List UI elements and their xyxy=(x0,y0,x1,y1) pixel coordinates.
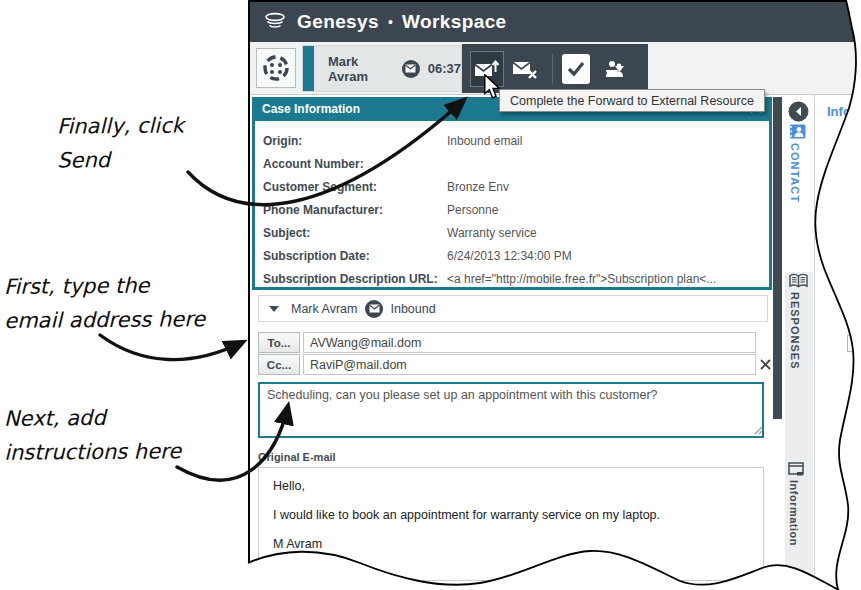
responses-book-icon xyxy=(789,273,808,288)
tab-information[interactable]: Information xyxy=(788,462,804,550)
inbound-email-badge xyxy=(365,300,383,318)
tab-contact[interactable]: CONTACT xyxy=(789,124,806,207)
case-field-value: <a href="http://mobile.free.fr">Subscrip… xyxy=(447,272,716,286)
expand-caret-icon[interactable] xyxy=(269,306,279,312)
close-icon xyxy=(760,359,771,370)
email-interaction-badge xyxy=(402,60,420,78)
case-field-label: Subscription Date: xyxy=(263,249,447,263)
email-direction-label: Inbound xyxy=(390,302,435,316)
case-field-value: Personne xyxy=(447,203,498,217)
complete-forward-button[interactable] xyxy=(470,51,504,87)
original-email-line: Hello, xyxy=(273,479,749,493)
vertical-scrollbar[interactable] xyxy=(773,97,782,419)
brand-name: Genesys xyxy=(297,11,379,33)
information-panel-title: Info xyxy=(827,104,851,119)
cc-input[interactable] xyxy=(303,354,756,375)
case-field-row: Subscription Description URL: <a href="h… xyxy=(263,267,769,290)
forward-tooltip: Complete the Forward to External Resourc… xyxy=(499,89,765,112)
case-field-row: Customer Segment: Bronze Env xyxy=(263,175,769,198)
case-field-value: 6/24/2013 12:34:00 PM xyxy=(447,249,572,263)
email-party-row[interactable]: Mark Avram Inbound xyxy=(258,295,768,322)
annotation-line: instructions here xyxy=(4,435,181,470)
annotation-line: Finally, click xyxy=(57,109,184,144)
caret-down-icon xyxy=(615,66,624,72)
brand-separator: • xyxy=(388,14,393,30)
cancel-forward-button[interactable] xyxy=(508,51,542,87)
tab-responses-label: RESPONSES xyxy=(789,292,801,369)
toolbar-divider xyxy=(552,54,553,84)
envelope-icon xyxy=(369,304,380,313)
case-field-row: Origin: Inbound email xyxy=(263,129,769,152)
interactions-hub-button[interactable] xyxy=(256,48,296,88)
case-field-value: Inbound email xyxy=(447,134,522,148)
mark-done-button[interactable] xyxy=(562,54,591,84)
tab-responses[interactable]: RESPONSES xyxy=(789,273,808,373)
original-email-line: I would like to book an appointment for … xyxy=(273,508,749,522)
annotation-add-instructions: Next, add instructions here xyxy=(4,401,182,470)
interaction-accent-tab xyxy=(303,46,314,91)
resize-handle-icon[interactable] xyxy=(754,426,763,435)
forward-instructions-textarea[interactable]: Scheduling, can you please set up an app… xyxy=(258,382,764,438)
case-field-row: Account Number: xyxy=(263,152,769,175)
case-information-panel: Case Information Origin: Inbound email A… xyxy=(252,97,772,290)
party-actions-button[interactable] xyxy=(594,51,640,87)
screenshot-canvas: Finally, click Send First, type the emai… xyxy=(0,0,861,590)
title-bar: Genesys • Workspace xyxy=(250,2,861,42)
cc-button[interactable]: Cc... xyxy=(258,354,300,375)
envelope-icon xyxy=(405,64,416,73)
interaction-hub-icon xyxy=(262,54,290,82)
collapse-panel-button[interactable] xyxy=(788,101,809,122)
interaction-timer: 06:37 xyxy=(428,61,461,76)
interaction-toolbar: Mark Avram 06:37 xyxy=(250,42,861,95)
active-interaction-bar[interactable]: Mark Avram 06:37 xyxy=(302,45,462,92)
case-field-label: Phone Manufacturer: xyxy=(263,203,447,217)
tab-contact-label: CONTACT xyxy=(789,143,801,203)
case-field-row: Subject: Warranty service xyxy=(263,221,769,244)
case-field-value: Warranty service xyxy=(447,226,537,240)
information-window-icon xyxy=(788,462,804,476)
forward-email-icon xyxy=(474,58,500,80)
case-field-label: Account Number: xyxy=(263,157,447,171)
case-field-value: Bronze Env xyxy=(447,180,509,194)
case-field-label: Customer Segment: xyxy=(263,180,447,194)
case-field-row: Subscription Date: 6/24/2013 12:34:00 PM xyxy=(263,244,769,267)
done-check-icon xyxy=(567,61,585,77)
case-field-label: Subject: xyxy=(263,226,447,240)
to-button[interactable]: To... xyxy=(258,332,300,353)
cancel-forward-icon xyxy=(512,58,538,80)
arrow-to-to-field xyxy=(100,335,243,360)
contact-card-icon xyxy=(789,124,806,139)
genesys-logo-icon xyxy=(262,9,288,35)
information-panel: Info + P xyxy=(814,95,861,590)
tab-information-label: Information xyxy=(788,480,800,546)
case-field-label: Subscription Description URL: xyxy=(263,272,447,286)
case-field-row: Phone Manufacturer: Personne xyxy=(263,198,769,221)
email-action-buttons xyxy=(462,44,648,93)
annotation-type-email-address: First, type the email address here xyxy=(4,269,206,338)
case-information-body: Origin: Inbound email Account Number: Cu… xyxy=(255,122,769,287)
annotation-line: Send xyxy=(57,143,184,178)
annotation-finally-click-send: Finally, click Send xyxy=(57,109,185,177)
interaction-party-name: Mark Avram xyxy=(328,54,394,84)
remove-cc-button[interactable] xyxy=(756,354,774,374)
add-button[interactable]: + xyxy=(847,335,861,352)
annotation-line: First, type the xyxy=(4,269,205,304)
case-field-label: Origin: xyxy=(263,134,447,148)
information-field-fragment: P xyxy=(849,406,857,420)
annotation-line: email address here xyxy=(4,303,205,338)
annotation-line: Next, add xyxy=(4,401,181,436)
original-email-body: Hello, I would like to book an appointme… xyxy=(258,467,764,581)
original-email-label: Original E-mail xyxy=(258,451,336,463)
product-name: Workspace xyxy=(402,11,507,33)
original-email-line: M Avram xyxy=(273,537,749,551)
to-input[interactable] xyxy=(303,332,756,353)
email-party-name: Mark Avram xyxy=(291,302,357,316)
